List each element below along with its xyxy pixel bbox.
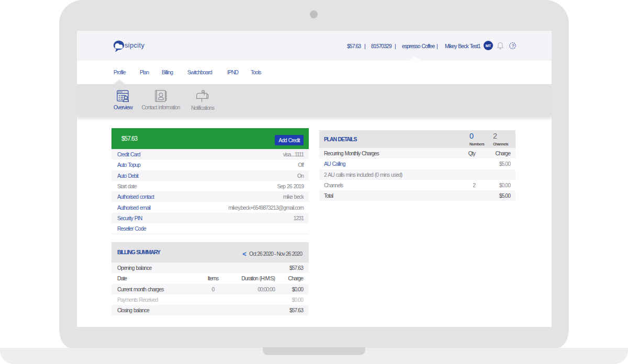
svg-text:?: ? (512, 43, 514, 49)
